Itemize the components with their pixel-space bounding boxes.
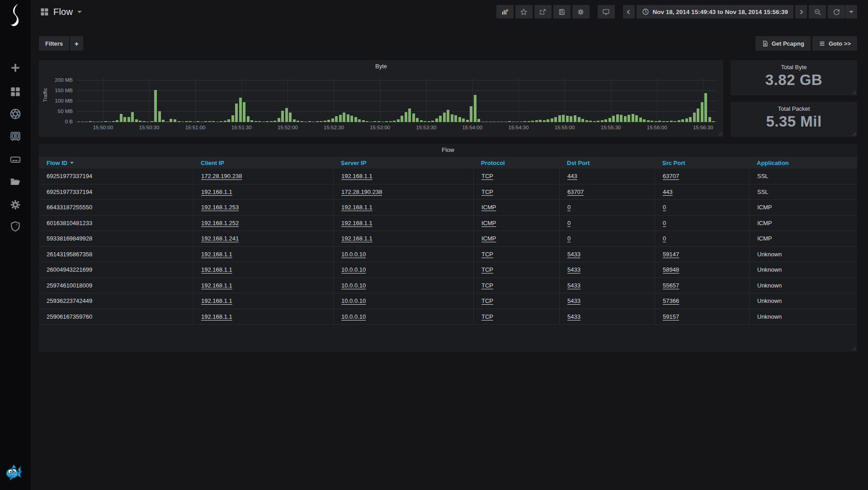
cell-link[interactable]: 192.168.1.1 bbox=[201, 251, 232, 258]
sidebar-item-settings[interactable] bbox=[0, 194, 31, 215]
stat-title[interactable]: Total Packet bbox=[731, 102, 857, 112]
resize-handle-icon[interactable] bbox=[852, 90, 856, 94]
cell-link[interactable]: 192.168.1.1 bbox=[201, 266, 232, 273]
cell-link[interactable]: ICMP bbox=[481, 235, 496, 242]
kiosk-mode-button[interactable] bbox=[598, 5, 615, 19]
column-header-server-ip[interactable]: Server IP bbox=[333, 157, 473, 169]
cell-link[interactable]: TCP bbox=[481, 251, 493, 258]
chart-bar bbox=[674, 121, 676, 122]
cell-link[interactable]: 172.28.190.238 bbox=[201, 173, 242, 179]
sidebar-item-files[interactable] bbox=[0, 171, 31, 192]
column-header-flow-id[interactable]: Flow ID bbox=[39, 157, 193, 169]
cell-link[interactable]: 57366 bbox=[663, 297, 679, 304]
time-back-button[interactable] bbox=[623, 5, 635, 19]
cell-link[interactable]: 10.0.0.10 bbox=[341, 266, 366, 273]
cell-link[interactable]: 192.168.1.1 bbox=[341, 173, 373, 179]
time-forward-button[interactable] bbox=[795, 5, 807, 19]
chart-bar bbox=[320, 121, 322, 122]
chart-bar bbox=[220, 121, 222, 122]
cell-link[interactable]: 0 bbox=[663, 204, 666, 211]
column-header-client-ip[interactable]: Client IP bbox=[193, 157, 333, 169]
cell-link[interactable]: 172.28.190.238 bbox=[341, 188, 382, 195]
table-panel-title[interactable]: Flow bbox=[39, 144, 857, 153]
cell-link[interactable]: 10.0.0.10 bbox=[341, 251, 366, 258]
time-range-button[interactable]: Nov 18, 2014 15:49:43 to Nov 18, 2014 15… bbox=[637, 5, 793, 19]
title-caret-down-icon[interactable] bbox=[77, 11, 82, 13]
cell-link[interactable]: 10.0.0.10 bbox=[341, 297, 366, 304]
cell-link[interactable]: 59157 bbox=[663, 313, 679, 320]
cell-link[interactable]: 63707 bbox=[567, 188, 584, 195]
cell-link[interactable]: 58948 bbox=[663, 266, 679, 273]
cell-link[interactable]: TCP bbox=[481, 188, 493, 195]
cell-link[interactable]: 192.168.1.1 bbox=[201, 282, 232, 289]
cell-link[interactable]: 192.168.1.1 bbox=[341, 235, 373, 242]
cell-link[interactable]: 63707 bbox=[663, 173, 679, 179]
cell-link[interactable]: ICMP bbox=[481, 204, 496, 211]
sidebar-item-create[interactable] bbox=[0, 57, 31, 78]
cell-link[interactable]: 192.168.1.1 bbox=[201, 297, 232, 304]
zoom-out-button[interactable] bbox=[809, 5, 826, 19]
column-header-protocol[interactable]: Protocol bbox=[473, 157, 559, 169]
column-header-src-port[interactable]: Src Port bbox=[655, 157, 749, 169]
cell-link[interactable]: 192.168.1.252 bbox=[201, 220, 239, 226]
column-header-application[interactable]: Application bbox=[749, 157, 857, 169]
chart-panel-title[interactable]: Byte bbox=[39, 60, 723, 70]
cell-link[interactable]: 0 bbox=[663, 235, 666, 242]
cell-link[interactable]: 5433 bbox=[567, 313, 580, 320]
chart-plot[interactable] bbox=[77, 77, 717, 122]
cell-link[interactable]: 192.168.1.241 bbox=[201, 235, 239, 242]
column-header-dst-port[interactable]: Dst Port bbox=[559, 157, 655, 169]
cell-link[interactable]: 443 bbox=[663, 188, 673, 195]
cell-link[interactable]: 192.168.1.253 bbox=[201, 204, 239, 211]
dashboard-title-group[interactable]: Flow bbox=[40, 7, 82, 17]
cell-link[interactable]: 55657 bbox=[663, 282, 679, 289]
refresh-interval-dropdown-button[interactable] bbox=[845, 5, 857, 19]
get-pcapng-button[interactable]: Get Pcapng bbox=[755, 36, 811, 51]
cell-link[interactable]: 59147 bbox=[663, 251, 679, 258]
cell-src-port: 0 bbox=[655, 216, 749, 231]
cell-link[interactable]: TCP bbox=[481, 173, 493, 179]
cell-link[interactable]: 10.0.0.10 bbox=[341, 313, 366, 320]
cell-link[interactable]: 0 bbox=[567, 204, 571, 211]
filters-button[interactable]: Filters bbox=[39, 36, 69, 51]
add-filter-button[interactable]: + bbox=[70, 36, 83, 51]
sidebar-item-dashboards[interactable] bbox=[0, 81, 31, 102]
fish-mascot-icon[interactable] bbox=[5, 463, 24, 483]
cell-link[interactable]: 443 bbox=[567, 173, 577, 179]
cell-link[interactable]: 5433 bbox=[567, 297, 580, 304]
share-button[interactable] bbox=[534, 5, 552, 19]
app-logo-swan-icon[interactable] bbox=[6, 3, 24, 26]
sidebar-item-security[interactable] bbox=[0, 216, 31, 237]
cell-link[interactable]: 192.168.1.1 bbox=[341, 204, 373, 211]
cell-link[interactable]: TCP bbox=[481, 266, 493, 273]
stat-title[interactable]: Total Byte bbox=[731, 60, 857, 71]
cell-link[interactable]: 0 bbox=[567, 220, 571, 226]
sidebar-item-storage[interactable] bbox=[0, 149, 31, 170]
cell-link[interactable]: ICMP bbox=[481, 220, 496, 226]
cell-link[interactable]: TCP bbox=[481, 297, 493, 304]
dashboard-settings-button[interactable] bbox=[572, 5, 590, 19]
y-tick-label: 150 MB bbox=[39, 88, 73, 93]
cell-link[interactable]: 5433 bbox=[567, 251, 580, 258]
cell-link[interactable]: 0 bbox=[567, 235, 571, 242]
refresh-button[interactable] bbox=[828, 5, 845, 19]
cell-link[interactable]: 5433 bbox=[567, 282, 580, 289]
cell-link[interactable]: TCP bbox=[481, 313, 493, 320]
save-button[interactable] bbox=[553, 5, 571, 19]
sidebar-item-hunt[interactable] bbox=[0, 104, 31, 124]
sidebar-item-evidence-vault[interactable] bbox=[0, 126, 31, 147]
star-button[interactable] bbox=[515, 5, 533, 19]
cell-link[interactable]: 192.168.1.1 bbox=[341, 220, 373, 226]
goto-button[interactable]: Goto >> bbox=[812, 36, 857, 51]
cell-link[interactable]: 5433 bbox=[567, 266, 580, 273]
resize-handle-icon[interactable] bbox=[718, 132, 722, 136]
chart-bar bbox=[612, 116, 615, 122]
resize-handle-icon[interactable] bbox=[852, 347, 856, 351]
cell-link[interactable]: 192.168.1.1 bbox=[201, 188, 232, 195]
add-panel-button[interactable] bbox=[496, 5, 514, 19]
cell-link[interactable]: 192.168.1.1 bbox=[201, 313, 232, 320]
resize-handle-icon[interactable] bbox=[852, 132, 856, 136]
cell-link[interactable]: 0 bbox=[663, 220, 666, 226]
cell-link[interactable]: TCP bbox=[481, 282, 493, 289]
cell-link[interactable]: 10.0.0.10 bbox=[341, 282, 366, 289]
